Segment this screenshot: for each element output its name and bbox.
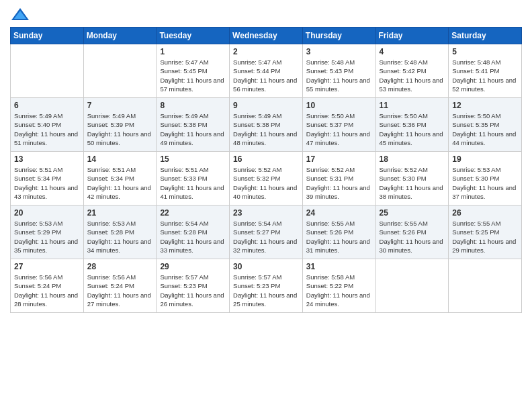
day-number: 14 — [87, 154, 153, 164]
day-number: 9 — [233, 101, 299, 110]
day-info: Sunrise: 5:49 AM Sunset: 5:38 PM Dayligh… — [160, 111, 226, 147]
day-number: 11 — [380, 101, 445, 110]
calendar-header-saturday: Saturday — [449, 28, 522, 44]
calendar: SundayMondayTuesdayWednesdayThursdayFrid… — [10, 27, 522, 313]
day-number: 18 — [380, 154, 445, 164]
day-number: 10 — [306, 101, 372, 110]
day-info: Sunrise: 5:55 AM Sunset: 5:26 PM Dayligh… — [380, 219, 445, 255]
day-number: 20 — [14, 208, 80, 218]
calendar-week-row: 13Sunrise: 5:51 AM Sunset: 5:34 PM Dayli… — [11, 152, 522, 205]
day-info: Sunrise: 5:50 AM Sunset: 5:36 PM Dayligh… — [380, 111, 445, 147]
day-info: Sunrise: 5:49 AM Sunset: 5:38 PM Dayligh… — [233, 111, 299, 147]
calendar-cell: 15Sunrise: 5:51 AM Sunset: 5:33 PM Dayli… — [157, 152, 230, 205]
day-number: 31 — [306, 262, 372, 271]
day-number: 6 — [14, 101, 80, 110]
day-number: 22 — [160, 208, 226, 218]
calendar-cell: 16Sunrise: 5:52 AM Sunset: 5:32 PM Dayli… — [230, 152, 303, 205]
calendar-cell: 8Sunrise: 5:49 AM Sunset: 5:38 PM Daylig… — [157, 98, 230, 152]
day-info: Sunrise: 5:58 AM Sunset: 5:22 PM Dayligh… — [306, 273, 372, 308]
day-info: Sunrise: 5:54 AM Sunset: 5:27 PM Dayligh… — [233, 219, 299, 255]
day-number: 13 — [14, 154, 80, 164]
calendar-cell: 11Sunrise: 5:50 AM Sunset: 5:36 PM Dayli… — [375, 98, 449, 152]
calendar-cell: 6Sunrise: 5:49 AM Sunset: 5:40 PM Daylig… — [11, 98, 84, 152]
calendar-cell — [11, 44, 84, 98]
day-number: 12 — [452, 101, 518, 110]
calendar-cell: 20Sunrise: 5:53 AM Sunset: 5:29 PM Dayli… — [11, 205, 84, 259]
day-info: Sunrise: 5:55 AM Sunset: 5:26 PM Dayligh… — [306, 219, 372, 255]
day-number: 2 — [233, 47, 299, 56]
calendar-cell — [83, 44, 157, 98]
calendar-cell: 29Sunrise: 5:57 AM Sunset: 5:23 PM Dayli… — [157, 259, 230, 313]
calendar-week-row: 6Sunrise: 5:49 AM Sunset: 5:40 PM Daylig… — [11, 98, 522, 152]
day-number: 1 — [160, 47, 226, 56]
day-info: Sunrise: 5:54 AM Sunset: 5:28 PM Dayligh… — [160, 219, 226, 255]
day-number: 7 — [87, 101, 153, 110]
day-info: Sunrise: 5:53 AM Sunset: 5:29 PM Dayligh… — [14, 219, 80, 255]
calendar-cell: 26Sunrise: 5:55 AM Sunset: 5:25 PM Dayli… — [449, 205, 522, 259]
calendar-cell: 28Sunrise: 5:56 AM Sunset: 5:24 PM Dayli… — [83, 259, 157, 313]
calendar-cell: 4Sunrise: 5:48 AM Sunset: 5:42 PM Daylig… — [375, 44, 449, 98]
day-info: Sunrise: 5:53 AM Sunset: 5:28 PM Dayligh… — [87, 219, 153, 255]
calendar-week-row: 27Sunrise: 5:56 AM Sunset: 5:24 PM Dayli… — [11, 259, 522, 313]
day-number: 17 — [306, 154, 372, 164]
calendar-header-monday: Monday — [83, 28, 157, 44]
calendar-cell: 5Sunrise: 5:48 AM Sunset: 5:41 PM Daylig… — [449, 44, 522, 98]
day-info: Sunrise: 5:52 AM Sunset: 5:32 PM Dayligh… — [233, 165, 299, 201]
day-number: 28 — [87, 262, 153, 271]
day-number: 21 — [87, 208, 153, 218]
day-number: 5 — [452, 47, 518, 56]
calendar-cell: 24Sunrise: 5:55 AM Sunset: 5:26 PM Dayli… — [302, 205, 375, 259]
day-info: Sunrise: 5:48 AM Sunset: 5:42 PM Dayligh… — [380, 58, 445, 93]
calendar-cell: 9Sunrise: 5:49 AM Sunset: 5:38 PM Daylig… — [230, 98, 303, 152]
day-info: Sunrise: 5:49 AM Sunset: 5:39 PM Dayligh… — [87, 111, 153, 147]
calendar-cell: 2Sunrise: 5:47 AM Sunset: 5:44 PM Daylig… — [230, 44, 303, 98]
calendar-week-row: 1Sunrise: 5:47 AM Sunset: 5:45 PM Daylig… — [11, 44, 522, 98]
day-info: Sunrise: 5:47 AM Sunset: 5:45 PM Dayligh… — [160, 58, 226, 93]
calendar-cell — [449, 259, 522, 313]
calendar-cell: 10Sunrise: 5:50 AM Sunset: 5:37 PM Dayli… — [302, 98, 375, 152]
day-number: 26 — [452, 208, 518, 218]
calendar-cell: 17Sunrise: 5:52 AM Sunset: 5:31 PM Dayli… — [302, 152, 375, 205]
day-info: Sunrise: 5:57 AM Sunset: 5:23 PM Dayligh… — [233, 273, 299, 308]
calendar-header-wednesday: Wednesday — [230, 28, 303, 44]
day-info: Sunrise: 5:56 AM Sunset: 5:24 PM Dayligh… — [87, 273, 153, 308]
calendar-week-row: 20Sunrise: 5:53 AM Sunset: 5:29 PM Dayli… — [11, 205, 522, 259]
calendar-cell — [375, 259, 449, 313]
calendar-header-tuesday: Tuesday — [157, 28, 230, 44]
day-info: Sunrise: 5:51 AM Sunset: 5:34 PM Dayligh… — [14, 165, 80, 201]
calendar-cell: 30Sunrise: 5:57 AM Sunset: 5:23 PM Dayli… — [230, 259, 303, 313]
calendar-cell: 3Sunrise: 5:48 AM Sunset: 5:43 PM Daylig… — [302, 44, 375, 98]
calendar-header-friday: Friday — [375, 28, 449, 44]
day-info: Sunrise: 5:48 AM Sunset: 5:43 PM Dayligh… — [306, 58, 372, 93]
day-info: Sunrise: 5:51 AM Sunset: 5:33 PM Dayligh… — [160, 165, 226, 201]
calendar-header-thursday: Thursday — [302, 28, 375, 44]
calendar-cell: 18Sunrise: 5:52 AM Sunset: 5:30 PM Dayli… — [375, 152, 449, 205]
day-info: Sunrise: 5:57 AM Sunset: 5:23 PM Dayligh… — [160, 273, 226, 308]
day-info: Sunrise: 5:55 AM Sunset: 5:25 PM Dayligh… — [452, 219, 518, 255]
day-info: Sunrise: 5:56 AM Sunset: 5:24 PM Dayligh… — [14, 273, 80, 308]
calendar-cell: 7Sunrise: 5:49 AM Sunset: 5:39 PM Daylig… — [83, 98, 157, 152]
day-number: 30 — [233, 262, 299, 271]
day-info: Sunrise: 5:52 AM Sunset: 5:30 PM Dayligh… — [380, 165, 445, 201]
calendar-cell: 21Sunrise: 5:53 AM Sunset: 5:28 PM Dayli… — [83, 205, 157, 259]
logo — [10, 7, 33, 23]
calendar-cell: 19Sunrise: 5:53 AM Sunset: 5:30 PM Dayli… — [449, 152, 522, 205]
day-info: Sunrise: 5:51 AM Sunset: 5:34 PM Dayligh… — [87, 165, 153, 201]
calendar-header-row: SundayMondayTuesdayWednesdayThursdayFrid… — [11, 28, 522, 44]
calendar-cell: 27Sunrise: 5:56 AM Sunset: 5:24 PM Dayli… — [11, 259, 84, 313]
day-info: Sunrise: 5:52 AM Sunset: 5:31 PM Dayligh… — [306, 165, 372, 201]
day-info: Sunrise: 5:47 AM Sunset: 5:44 PM Dayligh… — [233, 58, 299, 93]
day-number: 27 — [14, 262, 80, 271]
day-number: 25 — [380, 208, 445, 218]
day-number: 15 — [160, 154, 226, 164]
calendar-cell: 22Sunrise: 5:54 AM Sunset: 5:28 PM Dayli… — [157, 205, 230, 259]
day-number: 29 — [160, 262, 226, 271]
day-info: Sunrise: 5:53 AM Sunset: 5:30 PM Dayligh… — [452, 165, 518, 201]
calendar-header-sunday: Sunday — [11, 28, 84, 44]
day-info: Sunrise: 5:50 AM Sunset: 5:37 PM Dayligh… — [306, 111, 372, 147]
day-info: Sunrise: 5:48 AM Sunset: 5:41 PM Dayligh… — [452, 58, 518, 93]
day-info: Sunrise: 5:49 AM Sunset: 5:40 PM Dayligh… — [14, 111, 80, 147]
day-number: 4 — [380, 47, 445, 56]
calendar-cell: 14Sunrise: 5:51 AM Sunset: 5:34 PM Dayli… — [83, 152, 157, 205]
day-number: 3 — [306, 47, 372, 56]
